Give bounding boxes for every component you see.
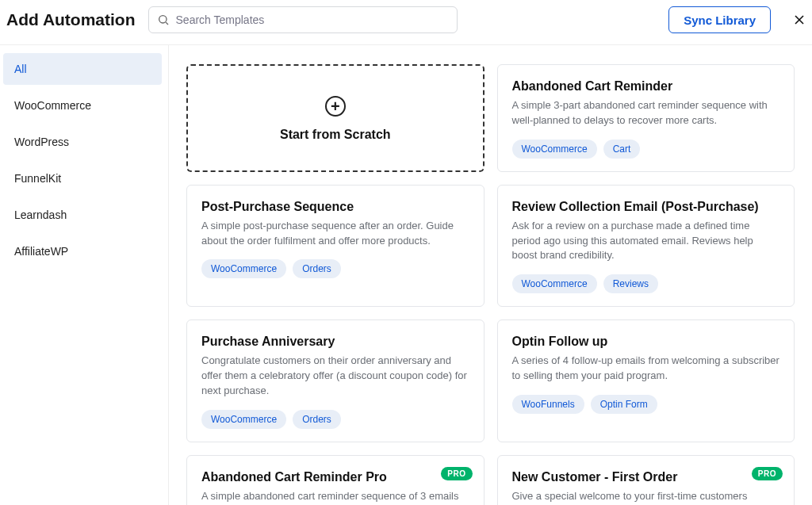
tag: Reviews [603,274,658,293]
tag-list: WooCommerceCart [512,140,780,159]
sidebar-item-funnelkit[interactable]: FunnelKit [3,163,162,194]
card-description: Congratulate customers on their order an… [201,354,469,399]
page-title: Add Automation [6,10,136,29]
card-description: A simple abandoned cart reminder sequenc… [201,489,469,505]
template-card[interactable]: PRONew Customer - First OrderGive a spec… [497,455,795,505]
card-title: Purchase Anniversary [201,335,469,349]
sidebar-item-all[interactable]: All [3,53,162,85]
card-title: Abandoned Cart Reminder Pro [201,470,469,484]
card-title: New Customer - First Order [512,470,780,484]
pro-badge: PRO [441,467,472,480]
tag: WooCommerce [201,259,286,278]
tag-list: WooCommerceOrders [201,410,469,429]
tag-list: WooCommerceOrders [201,259,469,278]
card-title: Optin Follow up [512,335,780,349]
tag: Optin Form [591,395,657,414]
plus-icon: + [325,96,346,117]
card-description: A simple post-purchase sequence after an… [201,219,469,249]
template-card[interactable]: Optin Follow upA series of 4 follow-up e… [497,319,795,442]
template-grid: +Start from ScratchAbandoned Cart Remind… [169,45,812,505]
tag: WooFunnels [512,395,584,414]
pro-badge: PRO [752,467,783,480]
card-title: Review Collection Email (Post-Purchase) [512,200,780,214]
tag: Orders [293,259,341,278]
body: AllWooCommerceWordPressFunnelKitLearndas… [0,44,812,505]
sidebar-item-woocommerce[interactable]: WooCommerce [3,90,162,121]
sidebar-item-wordpress[interactable]: WordPress [3,126,162,158]
tag: Cart [603,140,641,159]
template-card[interactable]: Purchase AnniversaryCongratulate custome… [186,319,485,442]
search-input[interactable] [148,6,458,33]
card-description: Give a special welcome to your first-tim… [512,489,780,505]
card-description: A series of 4 follow-up emails from welc… [512,354,780,384]
card-description: Ask for a review on a purchase made a de… [512,219,780,264]
card-title: Post-Purchase Sequence [201,200,469,214]
tag-list: WooCommerceReviews [512,274,780,293]
card-description: A simple 3-part abandoned cart reminder … [512,98,780,128]
tag: WooCommerce [512,274,597,293]
sidebar-item-learndash[interactable]: Learndash [3,199,162,231]
start-from-scratch-card[interactable]: +Start from Scratch [186,64,485,172]
card-title: Abandoned Cart Reminder [512,79,780,94]
sidebar-item-affiliatewp[interactable]: AffiliateWP [3,235,162,267]
sidebar: AllWooCommerceWordPressFunnelKitLearndas… [0,45,169,505]
template-card[interactable]: PROAbandoned Cart Reminder ProA simple a… [186,455,485,505]
search-field-wrap [148,6,458,33]
close-icon[interactable] [791,12,807,28]
sync-library-button[interactable]: Sync Library [668,6,771,33]
tag-list: WooFunnelsOptin Form [512,395,780,414]
tag: WooCommerce [201,410,286,429]
header: Add Automation Sync Library [0,0,812,44]
tag: Orders [293,410,341,429]
template-card[interactable]: Review Collection Email (Post-Purchase)A… [497,185,795,308]
template-card[interactable]: Abandoned Cart ReminderA simple 3-part a… [497,64,795,172]
tag: WooCommerce [512,140,597,159]
scratch-label: Start from Scratch [280,128,391,142]
template-card[interactable]: Post-Purchase SequenceA simple post-purc… [186,185,485,308]
